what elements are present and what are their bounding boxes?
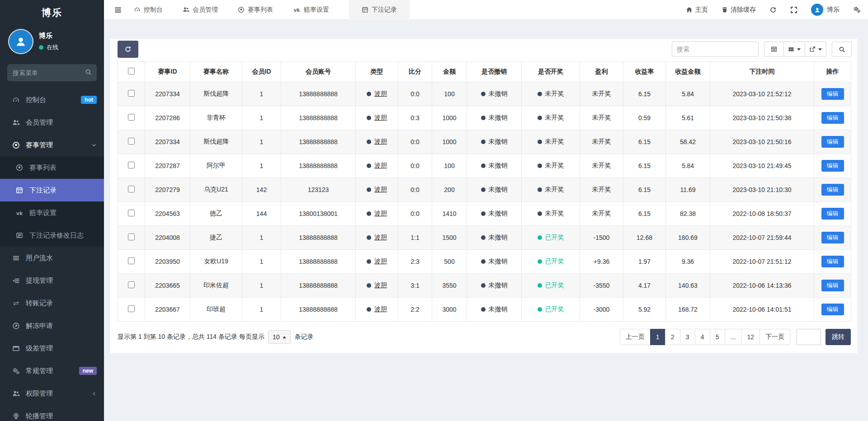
row-checkbox[interactable]	[128, 305, 135, 312]
page-size-dropdown[interactable]: 10	[268, 330, 291, 344]
tab-odds-settings[interactable]: vk 赔率设置	[293, 0, 329, 20]
table-row: 2203950 女欧U19 1 13888888888 波胆 2:3 500 未…	[118, 250, 851, 274]
cell-profit-rate: 4.17	[623, 274, 666, 298]
status-dot-icon	[538, 92, 542, 96]
tab-bet-records[interactable]: 下注记录	[349, 0, 410, 20]
edit-button[interactable]: 编辑	[821, 232, 844, 243]
cell-match-name: 德乙	[190, 202, 242, 226]
type-link[interactable]: 波胆	[374, 186, 387, 193]
sidebar-item-odds-settings[interactable]: vk 赔率设置	[0, 201, 104, 224]
edit-button[interactable]: 编辑	[821, 88, 844, 100]
edit-button[interactable]: 编辑	[821, 160, 844, 172]
row-checkbox[interactable]	[128, 257, 135, 264]
sidebar-item-user-flow[interactable]: 用户流水	[0, 247, 104, 269]
page-button[interactable]: ...	[725, 329, 742, 345]
page-button[interactable]: 5	[710, 329, 725, 345]
type-link[interactable]: 波胆	[374, 162, 387, 169]
hamburger-icon[interactable]	[114, 6, 122, 14]
sidebar-search-input[interactable]	[7, 64, 97, 81]
page-button[interactable]: 4	[695, 329, 710, 345]
cell-cancel-status: 未撤销	[467, 106, 522, 130]
type-link[interactable]: 波胆	[374, 234, 387, 241]
jump-page-input[interactable]	[797, 329, 821, 345]
sidebar-item-level[interactable]: 级差管理	[0, 337, 104, 360]
soccer-icon	[15, 164, 24, 171]
type-link[interactable]: 波胆	[374, 305, 387, 313]
col-type: 类型	[356, 62, 398, 82]
sidebar-item-carousel[interactable]: 轮播管理	[0, 405, 104, 421]
row-checkbox[interactable]	[128, 210, 135, 216]
cell-match-id: 2207334	[145, 130, 190, 154]
sidebar-item-withdraw[interactable]: 提现管理	[0, 269, 104, 292]
sidebar-item-transfer[interactable]: 转账记录	[0, 292, 104, 314]
page-button[interactable]: 1	[650, 329, 665, 345]
settings-gears-icon[interactable]	[853, 6, 861, 14]
pagination-summary-prefix: 显示第 1 到第 10 条记录，总共 114 条记录 每页显示	[118, 333, 264, 341]
type-link[interactable]: 波胆	[374, 114, 387, 121]
columns-button[interactable]	[783, 42, 805, 57]
cell-profit: 未开奖	[580, 106, 623, 130]
cell-actions: 编辑	[814, 226, 851, 250]
sidebar-item-unfreeze[interactable]: 解冻申请	[0, 314, 104, 337]
search-toggle-button[interactable]	[832, 42, 852, 57]
row-checkbox[interactable]	[128, 90, 135, 97]
refresh-button[interactable]	[118, 41, 138, 58]
sidebar-item-general[interactable]: 常规管理 new	[0, 360, 104, 382]
sidebar-item-bet-log[interactable]: 下注记录修改日志	[0, 224, 104, 247]
status-dot-icon	[538, 259, 542, 264]
table-search-input[interactable]	[672, 42, 759, 57]
toggle-view-button[interactable]	[764, 42, 784, 57]
sidebar-item-label: 赛事列表	[29, 164, 57, 172]
export-button[interactable]	[805, 42, 826, 57]
row-checkbox[interactable]	[128, 281, 135, 288]
edit-button[interactable]: 编辑	[821, 280, 844, 291]
sidebar-item-dashboard[interactable]: 控制台 hot	[0, 89, 104, 111]
sidebar-item-permissions[interactable]: 权限管理	[0, 382, 104, 405]
cell-amount: 1000	[432, 130, 467, 154]
page-button[interactable]: 12	[741, 329, 760, 345]
page-button[interactable]: 3	[680, 329, 695, 345]
edit-button[interactable]: 编辑	[821, 256, 844, 267]
select-all-checkbox[interactable]	[128, 68, 135, 75]
sidebar-item-bet-records[interactable]: 下注记录	[0, 179, 104, 201]
export-icon	[809, 46, 816, 52]
home-link[interactable]: 主页	[686, 6, 708, 14]
page-button[interactable]: 下一页	[760, 329, 790, 345]
edit-button[interactable]: 编辑	[821, 208, 844, 220]
tab-match-list[interactable]: 赛事列表	[238, 0, 273, 20]
cell-cancel-status: 未撤销	[467, 202, 522, 226]
sidebar-item-match-list[interactable]: 赛事列表	[0, 156, 104, 179]
search-icon[interactable]	[85, 69, 92, 75]
cell-type: 波胆	[356, 154, 398, 178]
edit-button[interactable]: 编辑	[821, 136, 844, 148]
row-checkbox[interactable]	[128, 162, 135, 168]
refresh-page-icon[interactable]	[769, 6, 777, 14]
edit-button[interactable]: 编辑	[821, 112, 844, 124]
cell-cancel-status: 未撤销	[467, 274, 522, 298]
jump-button[interactable]: 跳转	[826, 329, 851, 345]
type-link[interactable]: 波胆	[374, 90, 387, 97]
type-link[interactable]: 波胆	[374, 281, 387, 289]
clear-cache-link[interactable]: 清除缓存	[722, 6, 756, 14]
edit-button[interactable]: 编辑	[821, 304, 844, 315]
row-checkbox[interactable]	[128, 114, 135, 121]
cell-score: 3:1	[398, 274, 432, 298]
row-checkbox[interactable]	[128, 186, 135, 192]
type-link[interactable]: 波胆	[374, 138, 387, 145]
navbar-user[interactable]: 博乐	[811, 4, 840, 16]
type-link[interactable]: 波胆	[374, 210, 387, 217]
page-button[interactable]: 2	[665, 329, 680, 345]
tab-dashboard[interactable]: 控制台	[134, 0, 163, 20]
sidebar-item-members[interactable]: 会员管理	[0, 111, 104, 134]
table-row: 2207287 阿尔甲 1 13888888888 波胆 0:0 100 未撤销…	[118, 154, 851, 178]
cell-type: 波胆	[356, 82, 398, 106]
type-link[interactable]: 波胆	[374, 257, 387, 265]
trash-icon	[722, 6, 728, 13]
row-checkbox[interactable]	[128, 234, 135, 240]
fullscreen-icon[interactable]	[790, 6, 797, 14]
page-button[interactable]: 上一页	[620, 329, 651, 345]
tab-members[interactable]: 会员管理	[183, 0, 218, 20]
sidebar-item-matches[interactable]: 赛事管理	[0, 134, 104, 156]
edit-button[interactable]: 编辑	[821, 184, 844, 196]
row-checkbox[interactable]	[128, 138, 135, 145]
